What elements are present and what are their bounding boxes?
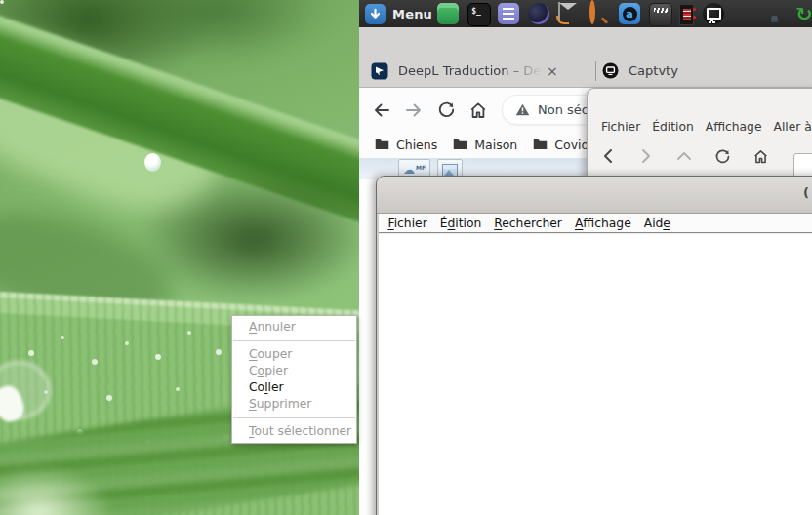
context-menu-separator xyxy=(233,340,355,341)
home-icon[interactable] xyxy=(468,100,488,120)
forward-icon[interactable] xyxy=(404,100,424,120)
screen-viewer-icon[interactable] xyxy=(703,3,724,24)
display-icon[interactable] xyxy=(763,3,785,24)
tab-separator xyxy=(595,61,596,81)
back-button[interactable] xyxy=(599,147,617,165)
fm-menu-affichage[interactable]: Affichage xyxy=(700,120,768,134)
reload-icon[interactable] xyxy=(436,100,456,120)
editor-menu-aide[interactable]: Aide xyxy=(637,217,676,230)
image-icon xyxy=(442,164,458,177)
mail-icon[interactable] xyxy=(558,3,580,24)
tab-captvty[interactable]: Captvty xyxy=(602,55,678,87)
fm-menu-fichier[interactable]: Fichier xyxy=(595,120,646,134)
reload-button[interactable] xyxy=(713,147,731,165)
browser-tab-strip: DeepL Traduction – DeepL Tran × Captvty xyxy=(359,27,812,88)
terminal-icon[interactable]: $_ xyxy=(467,3,489,24)
tab-label: DeepL Traduction – DeepL Tran xyxy=(398,63,545,78)
context-item-copier: Copier xyxy=(232,363,356,379)
file-manager-menubar: FichierÉditionAffichageAller à xyxy=(595,120,812,134)
file-manager-toolbar xyxy=(599,147,812,165)
context-item-supprimer: Supprimer xyxy=(232,396,356,413)
tab-label: Captvty xyxy=(629,63,678,78)
file-manager-icon[interactable] xyxy=(437,3,459,24)
bookmark-item[interactable]: Maison xyxy=(453,136,517,154)
archive-a-icon[interactable]: a xyxy=(619,3,640,24)
download-icon[interactable] xyxy=(733,3,754,24)
folder-icon xyxy=(533,136,554,154)
tab-deepl[interactable]: DeepL Traduction – DeepL Tran × xyxy=(359,55,589,87)
folder-icon xyxy=(375,136,396,154)
fm-menu-aller[interactable]: Aller à xyxy=(768,120,812,134)
hardware-monitor-icon[interactable] xyxy=(679,3,694,24)
bookmark-label: Maison xyxy=(474,138,517,152)
captvty-icon xyxy=(602,62,619,79)
bookmark-label: Chiens xyxy=(396,138,437,152)
deepl-icon xyxy=(371,62,388,80)
wallpaper-dew-drops xyxy=(0,0,4,4)
notes-icon[interactable] xyxy=(498,3,519,24)
text-editor-window: ( FichierÉditionRechercherAffichageAide xyxy=(376,176,812,515)
context-menu: AnnulerCouperCopierCollerSupprimerTout s… xyxy=(231,315,357,444)
context-item-toutslectionner: Tout sélectionner xyxy=(232,423,356,440)
editor-menu-fichier[interactable]: Fichier xyxy=(382,217,433,230)
home-button[interactable] xyxy=(751,147,769,165)
folder-icon xyxy=(453,136,474,154)
wallpaper-water-droplet xyxy=(144,153,161,172)
panel-tray: $_a↻ xyxy=(437,3,812,24)
back-icon[interactable] xyxy=(372,100,391,120)
context-item-couper: Couper xyxy=(232,346,356,363)
wallpaper-shadow-blob xyxy=(137,176,371,302)
media-clips-icon[interactable] xyxy=(649,3,670,24)
bookmark-item[interactable]: Chiens xyxy=(375,136,437,154)
context-item-coller[interactable]: Coller xyxy=(232,379,356,396)
applications-menu-button[interactable]: Menu xyxy=(359,0,440,27)
eclipse-icon[interactable] xyxy=(528,3,549,24)
editor-text-area[interactable] xyxy=(379,232,812,515)
up-button xyxy=(675,147,693,165)
context-menu-separator xyxy=(233,417,355,418)
fm-menu-dition[interactable]: Édition xyxy=(646,120,700,134)
editor-menubar: FichierÉditionRechercherAffichageAide xyxy=(379,214,812,232)
search-icon[interactable] xyxy=(589,3,610,24)
sync-icon[interactable]: ↻ xyxy=(793,3,812,24)
top-panel: Menu $_a↻ xyxy=(359,0,812,27)
desktop-screen: Menu $_a↻ DeepL Traduction – DeepL Tran … xyxy=(0,0,812,515)
cloud-icon: ☁ xyxy=(403,164,415,176)
tab-close-icon[interactable]: × xyxy=(547,64,558,78)
editor-titlebar[interactable]: ( xyxy=(377,177,812,214)
forward-button xyxy=(637,147,655,165)
editor-menu-rechercher[interactable]: Rechercher xyxy=(488,217,569,230)
editor-menu-dition[interactable]: Édition xyxy=(433,217,488,230)
editor-body: FichierÉditionRechercherAffichageAide xyxy=(379,214,812,515)
menu-down-arrow-icon xyxy=(365,4,386,24)
warning-icon xyxy=(515,103,530,116)
editor-menu-affichage[interactable]: Affichage xyxy=(568,217,637,230)
menu-label: Menu xyxy=(392,7,432,21)
editor-title: ( xyxy=(803,185,809,200)
context-item-annuler: Annuler xyxy=(232,319,356,336)
